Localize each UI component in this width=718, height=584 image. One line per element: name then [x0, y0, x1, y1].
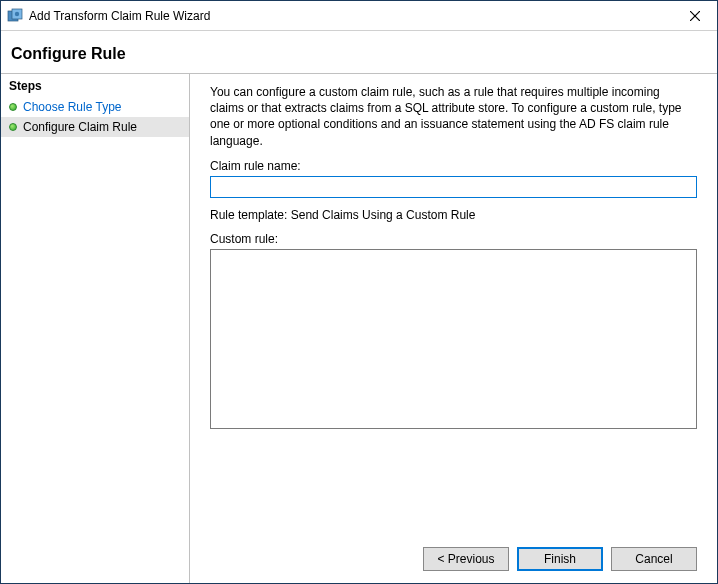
claim-rule-name-input[interactable]: [210, 176, 697, 198]
step-label: Choose Rule Type: [23, 100, 183, 114]
step-bullet-icon: [9, 103, 17, 111]
finish-button[interactable]: Finish: [517, 547, 603, 571]
step-configure-claim-rule[interactable]: Configure Claim Rule: [1, 117, 189, 137]
body-area: Steps Choose Rule Type Configure Claim R…: [1, 73, 717, 583]
app-icon: [7, 8, 23, 24]
description-text: You can configure a custom claim rule, s…: [210, 84, 697, 149]
step-choose-rule-type[interactable]: Choose Rule Type: [1, 97, 189, 117]
previous-button[interactable]: < Previous: [423, 547, 509, 571]
custom-rule-textarea[interactable]: [210, 249, 697, 429]
cancel-button[interactable]: Cancel: [611, 547, 697, 571]
rule-template-label: Rule template: Send Claims Using a Custo…: [210, 208, 697, 222]
page-title: Configure Rule: [11, 45, 707, 63]
content-panel: You can configure a custom claim rule, s…: [189, 74, 717, 583]
custom-rule-wrap: [210, 249, 697, 429]
window-title: Add Transform Claim Rule Wizard: [29, 9, 673, 23]
step-bullet-icon: [9, 123, 17, 131]
header-area: Configure Rule: [1, 31, 717, 73]
custom-rule-label: Custom rule:: [210, 232, 697, 246]
button-row: < Previous Finish Cancel: [423, 547, 697, 571]
close-icon: [690, 11, 700, 21]
steps-heading: Steps: [1, 76, 189, 97]
svg-point-2: [15, 11, 19, 15]
step-label: Configure Claim Rule: [23, 120, 183, 134]
titlebar: Add Transform Claim Rule Wizard: [1, 1, 717, 31]
wizard-window: Add Transform Claim Rule Wizard Configur…: [0, 0, 718, 584]
close-button[interactable]: [673, 1, 717, 30]
claim-rule-name-label: Claim rule name:: [210, 159, 697, 173]
steps-sidebar: Steps Choose Rule Type Configure Claim R…: [1, 74, 189, 583]
